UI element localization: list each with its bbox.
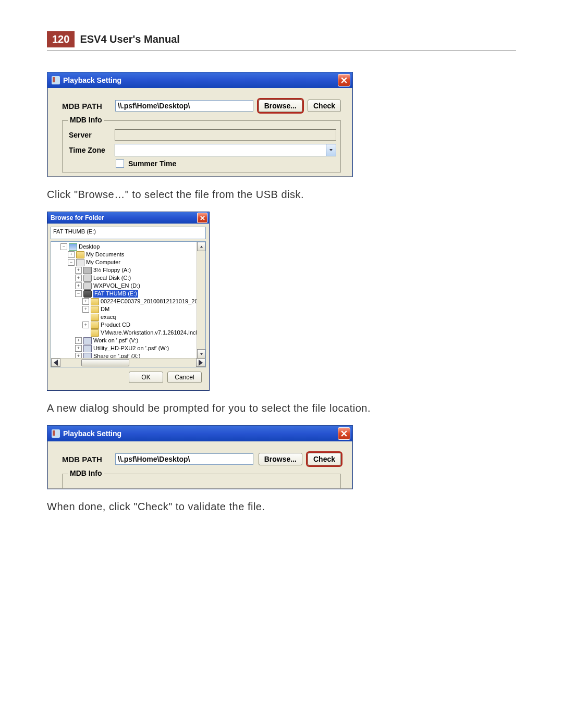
app-icon (52, 429, 60, 438)
tree-item[interactable]: +WXPVOL_EN (D:) (53, 282, 205, 290)
folder-icon (76, 251, 84, 258)
mdb-path-label: MDB PATH (62, 455, 110, 464)
tree-item[interactable]: −My Computer (53, 258, 205, 266)
tree-item[interactable]: +DM (53, 305, 205, 313)
close-icon (341, 430, 347, 437)
network-drive-icon (83, 345, 92, 352)
scroll-up-button[interactable] (197, 242, 205, 251)
chevron-down-icon (200, 352, 203, 356)
computer-icon (76, 259, 84, 266)
mdb-path-input[interactable] (115, 100, 253, 112)
check-button[interactable]: Check (308, 453, 341, 465)
tree-item[interactable]: −FAT THUMB (E:) (53, 290, 205, 298)
floppy-icon (83, 267, 92, 274)
horizontal-scrollbar[interactable] (51, 358, 205, 367)
tree-item[interactable]: −Desktop (53, 243, 205, 251)
timezone-label: Time Zone (69, 146, 111, 154)
check-button[interactable]: Check (308, 100, 341, 112)
chevron-right-icon (197, 359, 205, 367)
server-label: Server (69, 131, 111, 139)
window-title: Playback Setting (63, 429, 121, 438)
close-icon (200, 216, 205, 220)
close-button[interactable] (338, 74, 350, 87)
combo-dropdown-button[interactable] (326, 144, 336, 156)
titlebar[interactable]: Browse for Folder (47, 212, 209, 224)
page-number: 120 (47, 31, 75, 47)
drive-icon (83, 290, 92, 298)
browse-button[interactable]: Browse... (259, 100, 302, 112)
chevron-left-icon (52, 359, 60, 367)
vertical-scrollbar[interactable] (197, 242, 205, 359)
ok-button[interactable]: OK (129, 372, 163, 383)
browse-button[interactable]: Browse... (259, 453, 302, 465)
timezone-combo[interactable] (115, 144, 336, 156)
folder-icon (91, 298, 99, 305)
mdb-path-input[interactable] (115, 453, 253, 465)
tree-item[interactable]: exacq (53, 313, 205, 321)
close-icon (341, 77, 347, 83)
selected-path-display: FAT THUMB (E:) (51, 227, 206, 239)
scroll-down-button[interactable] (197, 349, 205, 359)
mdb-info-group: MDB Info (62, 474, 341, 489)
header-rule (47, 51, 516, 51)
cancel-button[interactable]: Cancel (167, 372, 202, 383)
scroll-thumb[interactable] (81, 359, 129, 366)
app-icon (52, 76, 60, 84)
desktop-icon (69, 243, 77, 251)
instruction-1: Click "Browse…" to select the file from … (47, 187, 516, 202)
manual-title: ESV4 User's Manual (75, 31, 185, 47)
summer-time-label: Summer Time (128, 159, 176, 168)
summer-time-checkbox[interactable] (116, 159, 124, 168)
titlebar[interactable]: Playback Setting (47, 426, 352, 441)
folder-icon (91, 314, 99, 321)
instruction-3: When done, click "Check" to validate the… (47, 499, 516, 514)
mdb-path-label: MDB PATH (62, 102, 110, 110)
network-drive-icon (83, 337, 92, 344)
instruction-2: A new dialog should be prompted for you … (47, 400, 516, 416)
disk-icon (83, 282, 92, 290)
playback-setting-dialog-1: Playback Setting MDB PATH Browse... Chec… (47, 72, 353, 177)
tree-item[interactable]: +00224EC00379_20100812121019_20100809 (53, 298, 205, 305)
tree-item[interactable]: VMware.Workstation.v7.1.261024.Incl.Keym (53, 329, 205, 337)
server-field (115, 129, 336, 141)
scroll-right-button[interactable] (196, 359, 205, 367)
tree-item[interactable]: +My Documents (53, 251, 205, 258)
close-button[interactable] (197, 213, 207, 223)
chevron-down-icon (329, 148, 333, 152)
mdb-info-legend: MDB Info (68, 469, 104, 477)
tree-item[interactable]: +Utility_HD-PXU2 on '.psf' (W:) (53, 344, 205, 352)
disk-icon (83, 275, 92, 282)
tree-item[interactable]: +3½ Floppy (A:) (53, 266, 205, 274)
window-title: Browse for Folder (51, 214, 104, 221)
close-button[interactable] (338, 427, 350, 440)
tree-item[interactable]: +Product CD (53, 321, 205, 329)
tree-item[interactable]: +Local Disk (C:) (53, 274, 205, 282)
folder-icon (91, 306, 99, 313)
folder-icon (91, 322, 99, 329)
folder-tree[interactable]: −Desktop +My Documents −My Computer +3½ … (51, 241, 206, 367)
tree-item[interactable]: +Work on '.psf' (V:) (53, 337, 205, 344)
titlebar[interactable]: Playback Setting (47, 72, 352, 88)
window-title: Playback Setting (63, 76, 121, 84)
mdb-info-legend: MDB Info (68, 116, 104, 124)
browse-folder-dialog: Browse for Folder FAT THUMB (E:) −Deskto… (47, 212, 210, 391)
scroll-left-button[interactable] (51, 359, 60, 367)
playback-setting-dialog-2: Playback Setting MDB PATH Browse... Chec… (47, 425, 353, 489)
chevron-up-icon (200, 245, 203, 249)
mdb-info-group: MDB Info Server Time Zone S (62, 120, 341, 172)
folder-icon (91, 329, 99, 337)
page-header: 120 ESV4 User's Manual (47, 31, 516, 47)
